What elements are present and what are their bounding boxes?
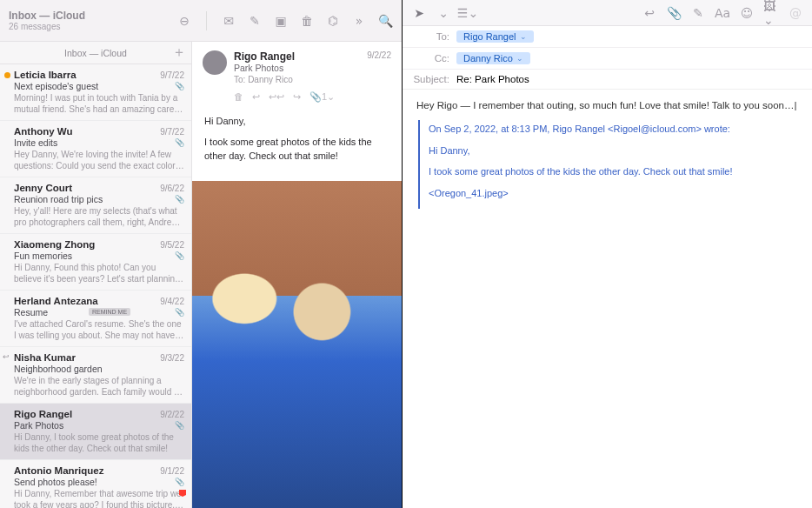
subject-input[interactable]	[456, 74, 802, 84]
attachment-icon: 📎	[175, 421, 184, 430]
message-preview: Rigo Rangel Park Photos To: Danny Rico 9…	[192, 42, 402, 508]
compose-subject-row[interactable]: Subject:	[403, 70, 812, 89]
preview-line2: I took some great photos of the kids the…	[204, 136, 389, 164]
message-subject: Resume	[14, 307, 48, 318]
reply-icon[interactable]: ↩	[642, 5, 657, 21]
add-mailbox-icon[interactable]: ＋	[172, 43, 186, 62]
message-row[interactable]: Leticia Ibarra9/7/22Next episode's guest…	[0, 64, 191, 121]
trash-icon[interactable]: 🗑	[299, 13, 315, 29]
markup-icon[interactable]: ✎	[690, 5, 706, 21]
attachment-icon: 📎	[175, 82, 184, 90]
message-list: Inbox — iCloud ＋ Leticia Ibarra9/7/22Nex…	[0, 42, 192, 508]
mailbox-tab[interactable]: Inbox — iCloud ＋	[0, 42, 191, 64]
message-date: 9/7/22	[160, 127, 184, 137]
more-icon[interactable]: »	[351, 13, 367, 29]
remind-badge: REMIND ME	[89, 308, 130, 316]
message-sender: Leticia Ibarra	[14, 70, 77, 80]
message-sender: Antonio Manriquez	[14, 465, 104, 476]
message-subject: Reunion road trip pics	[14, 194, 103, 204]
flag-dot-icon	[4, 72, 10, 78]
message-snippet: Hey Danny, We're loving the invite! A fe…	[14, 149, 184, 171]
send-menu-icon[interactable]: ⌄	[436, 5, 451, 21]
preview-subject: Park Photos	[234, 63, 360, 73]
link-icon[interactable]: @	[788, 5, 803, 21]
attach-icon[interactable]: 📎	[666, 5, 682, 21]
preview-line1: Hi Danny,	[204, 115, 389, 129]
preview-sender: Rigo Rangel	[234, 50, 360, 63]
mail-window: Inbox — iCloud 26 messages ⊖ ✉ ✎ ▣ 🗑 ⌬ »…	[0, 0, 403, 508]
photo-icon[interactable]: 🖼⌄	[763, 5, 779, 21]
mailboxes-icon[interactable]: ✉	[221, 13, 236, 29]
preview-to-label: To:	[234, 75, 245, 84]
message-row[interactable]: Anthony Wu9/7/22Invite edits📎Hey Danny, …	[0, 121, 191, 177]
message-subject: Fun memories	[14, 251, 72, 261]
preview-attachment-icon[interactable]: 📎1⌄	[309, 91, 335, 103]
compose-header-fields: To: Rigo Rangel Cc: Danny Rico Subject:	[403, 26, 812, 90]
filter-icon[interactable]: ⊖	[176, 13, 192, 29]
attachment-icon: 📎	[175, 308, 184, 317]
message-sender: Herland Antezana	[14, 296, 98, 306]
compose-body-text[interactable]: Hey Rigo — I remember that outing, so mu…	[416, 100, 796, 110]
quoted-line: I took some great photos of the kids the…	[429, 164, 798, 179]
cc-label: Cc:	[413, 53, 456, 64]
format-icon[interactable]: Aa	[715, 5, 730, 21]
subject-label: Subject:	[413, 74, 456, 84]
toolbar-separator	[206, 11, 207, 30]
message-date: 9/1/22	[160, 466, 184, 476]
message-subject: Neighborhood garden	[14, 364, 103, 374]
message-date: 9/2/22	[160, 410, 184, 419]
message-sender: Anthony Wu	[14, 126, 73, 137]
mailbox-title: Inbox — iCloud	[9, 10, 176, 22]
compose-body[interactable]: Hey Rigo — I remember that outing, so mu…	[403, 90, 812, 508]
send-icon[interactable]: ➤	[411, 5, 427, 21]
compose-to-row[interactable]: To: Rigo Rangel	[403, 26, 812, 48]
sender-avatar	[203, 50, 227, 75]
message-row[interactable]: Nisha Kumar9/3/22Neighborhood gardenWe'r…	[0, 347, 191, 404]
message-row[interactable]: Herland Antezana9/4/22ResumeREMIND ME📎I'…	[0, 291, 191, 347]
message-row[interactable]: Antonio Manriquez9/1/22Send photos pleas…	[0, 460, 191, 508]
attachment-icon: 📎	[175, 195, 184, 204]
message-sender: Rigo Rangel	[14, 409, 72, 419]
message-row[interactable]: Jenny Court9/6/22Reunion road trip pics📎…	[0, 177, 191, 234]
preview-trash-icon[interactable]: 🗑	[234, 91, 243, 103]
quoted-line: <Oregon_41.jpeg>	[429, 186, 798, 201]
preview-to-name: Danny Rico	[248, 75, 293, 84]
message-subject: Send photos please!	[14, 477, 97, 487]
compose-icon[interactable]: ✎	[247, 13, 263, 29]
mailbox-tab-label: Inbox — iCloud	[64, 48, 127, 58]
header-fields-icon[interactable]: ☰⌄	[460, 5, 476, 21]
message-row[interactable]: Rigo Rangel9/2/22Park Photos📎Hi Danny, I…	[0, 404, 191, 460]
message-subject: Next episode's guest	[14, 81, 98, 91]
compose-cc-row[interactable]: Cc: Danny Rico	[403, 48, 812, 70]
message-snippet: Hey, y'all! Here are my selects (that's …	[14, 205, 184, 228]
mailbox-count: 26 messages	[9, 22, 176, 31]
archive-icon[interactable]: ▣	[273, 13, 289, 29]
preview-forward-icon[interactable]: ↪	[293, 91, 301, 103]
preview-body: Hi Danny, I took some great photos of th…	[192, 108, 402, 177]
preview-reply-icon[interactable]: ↩	[252, 91, 260, 103]
quoted-block: On Sep 2, 2022, at 8:13 PM, Rigo Rangel …	[418, 120, 798, 209]
message-snippet: Hi Danny, Remember that awesome trip we …	[14, 488, 184, 508]
junk-icon[interactable]: ⌬	[325, 13, 341, 29]
message-snippet: Hi Danny, Found this photo! Can you beli…	[14, 262, 184, 284]
emoji-icon[interactable]: ☺	[739, 5, 755, 21]
preview-action-bar: 🗑 ↩ ↩↩ ↪ 📎1⌄	[192, 90, 402, 108]
attachment-icon: 📎	[175, 251, 184, 260]
quoted-header: On Sep 2, 2022, at 8:13 PM, Rigo Rangel …	[429, 122, 798, 137]
preview-date: 9/2/22	[367, 50, 391, 84]
message-snippet: I've attached Carol's resume. She's the …	[14, 318, 184, 341]
attachment-icon: 📎	[175, 138, 184, 147]
message-sender: Nisha Kumar	[14, 352, 76, 363]
message-snippet: Morning! I was put in touch with Tania b…	[14, 92, 184, 115]
message-subject: Park Photos	[14, 420, 63, 431]
message-row[interactable]: Xiaomeng Zhong9/5/22Fun memories📎Hi Dann…	[0, 234, 191, 291]
preview-attachment-image[interactable]	[192, 181, 402, 508]
to-token[interactable]: Rigo Rangel	[456, 30, 534, 43]
cc-token[interactable]: Danny Rico	[456, 52, 530, 64]
message-subject: Invite edits	[14, 137, 57, 148]
quoted-line: Hi Danny,	[429, 144, 798, 158]
search-icon[interactable]: 🔍	[377, 13, 393, 29]
message-sender: Xiaomeng Zhong	[14, 239, 95, 250]
preview-replyall-icon[interactable]: ↩↩	[269, 91, 284, 103]
message-date: 9/4/22	[160, 297, 184, 306]
